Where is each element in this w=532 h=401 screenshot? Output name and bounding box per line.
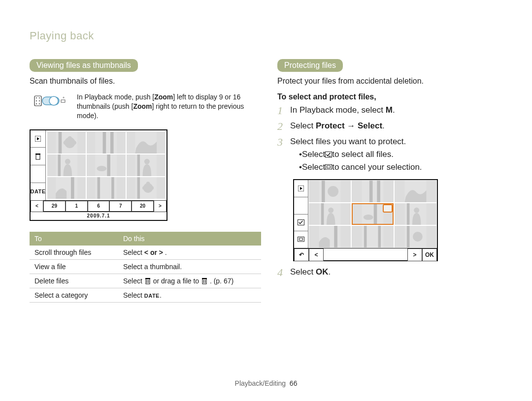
lead-right: Protect your files from accidental delet… — [277, 77, 502, 86]
thumbnail-viewer-screenshot: DATE — [30, 129, 167, 221]
select-all-icon — [294, 215, 308, 232]
svg-rect-46 — [145, 278, 150, 279]
svg-rect-73 — [374, 203, 377, 225]
svg-rect-79 — [334, 226, 337, 247]
svg-rect-61 — [299, 238, 303, 240]
lock-icon — [383, 204, 393, 213]
svg-rect-35 — [71, 177, 74, 199]
svg-rect-70 — [321, 203, 324, 225]
protect-screenshot: ↶ < > OK — [293, 179, 438, 261]
heading-viewing-thumbnails: Viewing ﬁles as thumbnails — [30, 59, 138, 72]
svg-point-2 — [39, 97, 40, 98]
svg-point-33 — [144, 158, 150, 164]
subhead-select-protect: To select and protect ﬁles, — [277, 93, 502, 101]
svg-point-43 — [142, 186, 146, 190]
lead-left: Scan thumbnails of files. — [30, 77, 255, 86]
page-footer: Playback/Editing 66 — [0, 379, 532, 387]
table-header-do: Do this — [118, 232, 261, 246]
svg-rect-16 — [59, 132, 62, 154]
svg-rect-13 — [36, 154, 40, 159]
svg-rect-66 — [369, 181, 373, 202]
svg-rect-82 — [378, 226, 381, 247]
svg-rect-32 — [137, 154, 140, 176]
svg-rect-23 — [110, 132, 114, 154]
col-right: Protecting ﬁles Protect your files from … — [277, 59, 502, 303]
date-icon: DATE — [31, 183, 45, 200]
svg-point-20 — [72, 140, 76, 145]
svg-text:+: + — [63, 96, 65, 99]
svg-point-3 — [36, 100, 37, 101]
trash-icon — [144, 277, 151, 285]
zoom-instruction-text: In Playback mode, push [Zoom] left to di… — [77, 93, 255, 121]
play-icon — [31, 130, 45, 148]
table-row: Scroll through files Select < or > . — [30, 246, 261, 260]
protect-steps: 1In Playback mode, select M. 2Select Pro… — [277, 104, 502, 175]
svg-rect-37 — [98, 177, 100, 199]
breadcrumb: Playing back — [30, 30, 502, 42]
svg-text:All: All — [329, 155, 331, 157]
svg-rect-56 — [327, 166, 331, 168]
select-all-icon: All — [325, 150, 332, 159]
svg-point-8 — [49, 96, 58, 105]
prev-icon: < — [309, 248, 324, 261]
svg-rect-55 — [326, 164, 332, 169]
menu-icon: M — [386, 105, 393, 115]
heading-protecting-files: Protecting ﬁles — [277, 59, 343, 72]
svg-rect-81 — [364, 226, 367, 247]
svg-rect-60 — [298, 237, 304, 242]
actions-table: To Do this Scroll through files Select <… — [30, 232, 261, 303]
svg-rect-22 — [103, 132, 106, 154]
svg-point-64 — [328, 186, 338, 197]
deselect-icon — [325, 162, 332, 172]
zoom-icon: + — [30, 93, 74, 109]
svg-rect-45 — [146, 279, 150, 284]
svg-point-74 — [364, 215, 373, 220]
svg-rect-67 — [377, 181, 380, 202]
svg-point-42 — [146, 182, 150, 185]
protect-steps-cont: 4Select OK. — [277, 266, 502, 279]
svg-point-18 — [67, 136, 72, 140]
svg-rect-29 — [107, 154, 111, 176]
svg-point-19 — [64, 140, 68, 145]
manual-page: Playing back Viewing ﬁles as thumbnails … — [0, 0, 532, 401]
svg-point-5 — [36, 103, 37, 104]
svg-point-6 — [39, 103, 40, 104]
back-icon: ↶ — [294, 248, 309, 261]
svg-point-77 — [414, 208, 419, 213]
svg-rect-10 — [61, 100, 65, 102]
svg-rect-38 — [111, 177, 114, 199]
selected-thumbnail — [352, 203, 394, 225]
zoom-instruction: + In Playback mode, push [Zoom] left to … — [30, 93, 255, 121]
svg-point-44 — [150, 186, 154, 190]
svg-rect-50 — [202, 278, 207, 279]
svg-rect-28 — [95, 154, 117, 176]
svg-rect-14 — [35, 154, 40, 154]
svg-point-1 — [36, 97, 37, 98]
prev-page-icon: < — [31, 200, 43, 212]
svg-point-85 — [413, 232, 423, 242]
next-page-icon: > — [154, 200, 166, 212]
svg-point-4 — [39, 100, 40, 101]
col-left: Viewing ﬁles as thumbnails Scan thumbnai… — [30, 59, 255, 303]
next-icon: > — [407, 248, 422, 261]
svg-point-30 — [97, 166, 107, 171]
svg-rect-76 — [407, 203, 410, 225]
svg-rect-49 — [202, 279, 206, 284]
svg-point-27 — [65, 158, 70, 164]
svg-point-71 — [328, 208, 333, 213]
svg-rect-63 — [322, 181, 325, 202]
trash-icon — [201, 277, 208, 285]
play-icon — [294, 180, 308, 197]
ok-icon: OK — [316, 267, 329, 277]
trash-icon — [31, 148, 45, 165]
table-row: Select a category Select DATE. — [30, 288, 261, 302]
table-row: View a file Select a thumbnail. — [30, 259, 261, 274]
svg-marker-58 — [300, 187, 302, 190]
deselect-icon — [294, 231, 308, 248]
ok-button: OK — [422, 248, 437, 261]
svg-rect-40 — [137, 177, 140, 199]
date-indicator: 2009.7.1 — [31, 212, 166, 220]
table-header-to: To — [30, 232, 118, 246]
svg-rect-26 — [58, 154, 61, 176]
svg-rect-0 — [34, 96, 41, 106]
